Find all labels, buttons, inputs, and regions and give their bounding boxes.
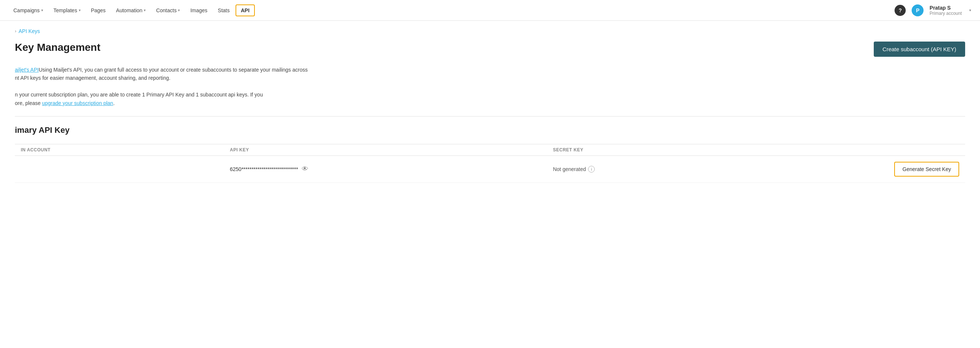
user-info[interactable]: Pratap S Primary account [929,5,962,16]
nav-automation-label: Automation [116,8,142,13]
create-subaccount-button[interactable]: Create subaccount (API KEY) [874,41,965,57]
nav-contacts-chevron: ▾ [178,8,180,12]
nav-campaigns-chevron: ▾ [41,8,43,12]
nav-campaigns[interactable]: Campaigns ▾ [9,5,48,16]
nav-templates-label: Templates [54,8,77,13]
table-header-row: in account API KEY SECRET KEY [15,144,965,155]
user-name: Pratap S [929,5,962,11]
generate-secret-key-button[interactable]: Generate Secret Key [894,162,959,177]
api-keys-table: in account API KEY SECRET KEY 6250******… [15,144,965,183]
description-line4-text: ore, please [15,100,40,106]
mailjet-api-link[interactable]: ailjet's API [15,67,39,73]
col-header-apikey: API KEY [224,144,547,155]
user-account: Primary account [929,11,962,16]
nav-automation[interactable]: Automation ▾ [111,5,150,16]
col-header-account: in account [15,144,224,155]
nav-templates[interactable]: Templates ▾ [49,5,85,16]
navbar: Campaigns ▾ Templates ▾ Pages Automation… [0,0,980,21]
nav-templates-chevron: ▾ [79,8,81,12]
description-para2: nt API keys for easier management, accou… [15,74,965,82]
secret-key-cell: Not generated i [547,155,756,182]
breadcrumb-api-keys-link[interactable]: API Keys [19,28,40,34]
nav-contacts-label: Contacts [156,8,177,13]
avatar[interactable]: P [912,5,924,16]
nav-contacts[interactable]: Contacts ▾ [151,5,184,16]
nav-stats-label: Stats [218,8,229,13]
nav-pages-label: Pages [91,8,106,13]
nav-api-label: API [241,8,249,13]
not-generated-container: Not generated i [553,166,750,172]
info-icon[interactable]: i [588,166,595,172]
col-header-secretkey: SECRET KEY [547,144,756,155]
help-icon: ? [899,8,902,13]
avatar-letter: P [916,8,920,13]
primary-section-title: imary API Key [15,125,965,135]
description-line3-text: n your current subscription plan, you ar… [15,92,263,98]
description-line1-text: Using Mailjet's API, you can grant full … [39,67,308,73]
toggle-api-key-icon[interactable]: 👁 [302,165,308,173]
col-header-action [756,144,965,155]
api-key-value-container: 6250**************************** 👁 [230,165,541,173]
description-block: ailjet's APIUsing Mailjet's API, you can… [15,66,965,107]
nav-automation-chevron: ▾ [144,8,146,12]
nav-stats[interactable]: Stats [213,5,234,16]
nav-items: Campaigns ▾ Templates ▾ Pages Automation… [9,5,894,16]
secret-key-value: Not generated [553,166,586,172]
api-key-cell: 6250**************************** 👁 [224,155,547,182]
account-cell [15,155,224,182]
table-header: in account API KEY SECRET KEY [15,144,965,155]
section-divider [15,116,965,117]
nav-images[interactable]: Images [186,5,212,16]
nav-images-label: Images [190,8,207,13]
description-end: . [113,100,115,106]
main-content: › API Keys Key Management Create subacco… [0,21,980,190]
page-title: Key Management [15,41,100,54]
nav-right: ? P Pratap S Primary account ▾ [894,5,971,16]
help-button[interactable]: ? [894,5,906,16]
upgrade-link[interactable]: upgrade your subscription plan [42,100,113,106]
table-body: 6250**************************** 👁 Not g… [15,155,965,182]
action-cell: Generate Secret Key [756,155,965,182]
user-dropdown-chevron[interactable]: ▾ [969,8,971,12]
nav-campaigns-label: Campaigns [13,8,40,13]
page-header: Key Management Create subaccount (API KE… [15,41,965,57]
nav-api[interactable]: API [235,5,255,16]
description-para4: ore, please upgrade your subscription pl… [15,99,965,107]
breadcrumb-chevron: › [15,28,16,34]
breadcrumb: › API Keys [15,28,965,34]
api-key-value-text: 6250**************************** [230,166,298,172]
description-para1: ailjet's APIUsing Mailjet's API, you can… [15,66,965,74]
description-para3: n your current subscription plan, you ar… [15,90,965,99]
nav-pages[interactable]: Pages [87,5,110,16]
table-row: 6250**************************** 👁 Not g… [15,155,965,182]
